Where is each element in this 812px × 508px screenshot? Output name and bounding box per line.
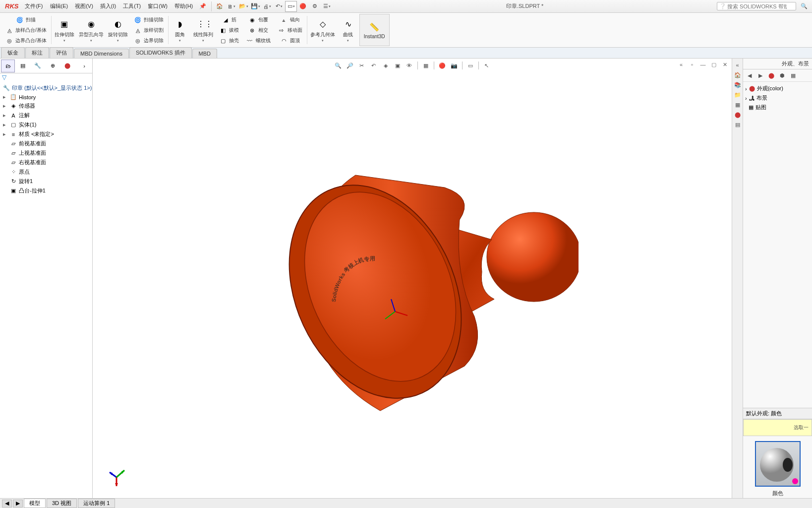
fm-tab-tree[interactable]: 🗁 [1,60,15,72]
print-button[interactable]: 🖨 [261,1,273,12]
collapse-icon[interactable]: « [677,61,685,68]
expander-icon[interactable]: ▸ [3,131,8,137]
zoom-window-icon[interactable]: 🔎 [345,61,355,70]
hide-show-icon[interactable]: 👁 [405,61,414,70]
expander-icon[interactable]: ▸ [3,122,8,128]
bottom-tab-motion[interactable]: 运动算例 1 [78,499,115,508]
fm-tab-config[interactable]: 🔧 [31,60,45,72]
tree-node[interactable]: ▱右视基准面 [1,158,91,167]
home-button[interactable]: 🏠 [214,1,226,12]
menu-edit[interactable]: 编辑(E) [47,1,72,11]
expander-icon[interactable]: ▸ [3,112,8,119]
btn-shell[interactable]: ▢抽壳 [218,36,240,46]
options-button[interactable]: ⚙ [309,1,321,12]
menu-file[interactable]: 文件(F) [21,1,46,11]
fm-tab-more[interactable]: › [77,60,91,72]
fm-tab-appearance[interactable]: ⬤ [60,60,74,72]
tree-node[interactable]: ▸A注解 [1,111,91,120]
tree-node[interactable]: ↻旋转1 [1,177,91,186]
nav-fwd-icon[interactable]: ▶ [756,71,765,80]
select-button[interactable]: ▭ [285,1,297,12]
btn-dome[interactable]: ◠圆顶 [279,36,301,46]
settings-button[interactable]: ☰ [321,1,333,12]
rp-node-scene[interactable]: ›🏞布景 [745,93,810,103]
tab-mbd[interactable]: MBD [192,49,217,58]
maximize-icon[interactable]: ▢ [710,61,718,68]
view-orient-icon[interactable]: ◈ [381,61,391,70]
scene-icon[interactable]: ▦ [421,61,431,70]
btn-hole-wizard[interactable]: ◉ 异型孔向导 ▾ [77,14,106,46]
btn-fillet[interactable]: ◗ 圆角 ▾ [170,14,191,46]
nav-back-icon[interactable]: ◀ [745,71,754,80]
bottom-tab-model[interactable]: 模型 [24,499,46,508]
prev-view-icon[interactable]: ↶ [369,61,379,70]
open-button[interactable]: 📂 [237,1,249,12]
btn-wrap[interactable]: ◉包覆 [247,15,269,25]
btn-draft[interactable]: ◧拔模 [218,25,240,35]
rp-thumbnail[interactable] [755,441,801,487]
menu-insert[interactable]: 插入(I) [97,1,119,11]
viewport[interactable]: 🔍 🔎 ✂ ↶ ◈ ▣ 👁 ▦ 🔴 📷 ▭ ↖ « ▫ — ▢ ✕ [93,59,732,498]
btn-revolve-cut[interactable]: ◐ 旋转切除 ▾ [106,14,130,46]
cursor-icon[interactable]: ↖ [482,61,492,70]
rp-node-decal[interactable]: ▦贴图 [745,103,810,112]
bottom-tab-3dview[interactable]: 3D 视图 [47,499,77,508]
menu-help[interactable]: 帮助(H) [171,1,196,11]
expander-icon[interactable]: ▸ [3,103,8,109]
render-icon[interactable]: 📷 [449,61,459,70]
btn-boundary-cut[interactable]: ◎边界切除 [132,36,165,46]
pin-icon[interactable]: 📌 [196,3,209,9]
save-button[interactable]: 💾 [249,1,261,12]
tp-resources-icon[interactable]: 🏠 [733,70,742,79]
btn-intersect[interactable]: ⊗相交 [247,25,269,35]
section-view-icon[interactable]: ✂ [357,61,367,70]
tp-designlib-icon[interactable]: 📚 [733,80,742,89]
btn-loft[interactable]: ◬放样凸台/基体 [4,25,48,35]
fm-filter[interactable]: ▽ [0,73,92,81]
tree-node[interactable]: ▱上视基准面 [1,148,91,158]
nav-nut-icon[interactable]: ⬢ [778,71,787,80]
btn-pattern[interactable]: ⋮⋮ 线性阵列 ▾ [191,14,216,46]
viewport-icon[interactable]: ▭ [465,61,475,70]
btn-ref-geom[interactable]: ◇ 参考几何体 ▾ [308,14,338,46]
tab-evaluate[interactable]: 评估 [50,47,73,58]
zoom-fit-icon[interactable]: 🔍 [333,61,343,70]
tree-node[interactable]: ▸▢实体(1) [1,120,91,129]
tree-node[interactable]: ▸◈传感器 [1,101,91,111]
undo-button[interactable]: ↶ [273,1,285,12]
tab-addins[interactable]: SOLIDWORKS 插件 [129,47,192,58]
tab-markup[interactable]: 标注 [25,47,49,58]
tree-node[interactable]: ▸≡材质 <未指定> [1,129,91,139]
btn-curves[interactable]: ∿ 曲线 ▾ [338,14,359,46]
btn-loft-cut[interactable]: ◬放样切割 [132,25,165,35]
nav-box-icon[interactable]: ▦ [789,71,798,80]
tp-viewpal-icon[interactable]: ▦ [733,100,742,109]
scroll-left[interactable]: ◀ [2,500,12,508]
tp-home-icon[interactable]: « [733,61,742,69]
tab-mbd-dims[interactable]: MBD Dimensions [74,49,129,58]
btn-extrude-cut[interactable]: ▣ 拉伸切除 ▾ [53,14,77,46]
btn-boundary[interactable]: ◎边界凸台/基体 [4,36,48,46]
new-button[interactable]: 🗎 [226,1,237,12]
rp-node-appearance[interactable]: ›⬤外观(color) [745,84,810,93]
nav-sphere-icon[interactable]: ⬤ [767,71,776,80]
display-style-icon[interactable]: ▣ [393,61,403,70]
expander-icon[interactable]: ▸ [3,94,8,100]
tp-custom-icon[interactable]: ▤ [733,120,742,129]
tp-fileexp-icon[interactable]: 📁 [733,90,742,99]
tab-sheetmetal[interactable]: 钣金 [1,47,25,58]
fm-tab-property[interactable]: ▤ [16,60,30,72]
btn-sweep-cut[interactable]: 🌀扫描切除 [132,15,165,25]
fm-tab-display[interactable]: ⊕ [46,60,59,72]
close-icon[interactable]: ✕ [721,61,729,68]
menu-window[interactable]: 窗口(W) [144,1,171,11]
rebuild-button[interactable]: 🔴 [297,1,309,12]
restore-icon[interactable]: ▫ [688,61,696,68]
btn-move-face[interactable]: ⇨移动面 [276,25,303,35]
tp-appearance-icon[interactable]: ⬤ [733,110,742,119]
btn-instant3d[interactable]: 📏 Instant3D [359,14,390,46]
minimize-icon[interactable]: — [699,61,707,68]
tree-node[interactable]: ▣凸台-拉伸1 [1,186,91,195]
appearance-icon[interactable]: 🔴 [437,61,447,70]
tree-node[interactable]: ⁘原点 [1,167,91,177]
